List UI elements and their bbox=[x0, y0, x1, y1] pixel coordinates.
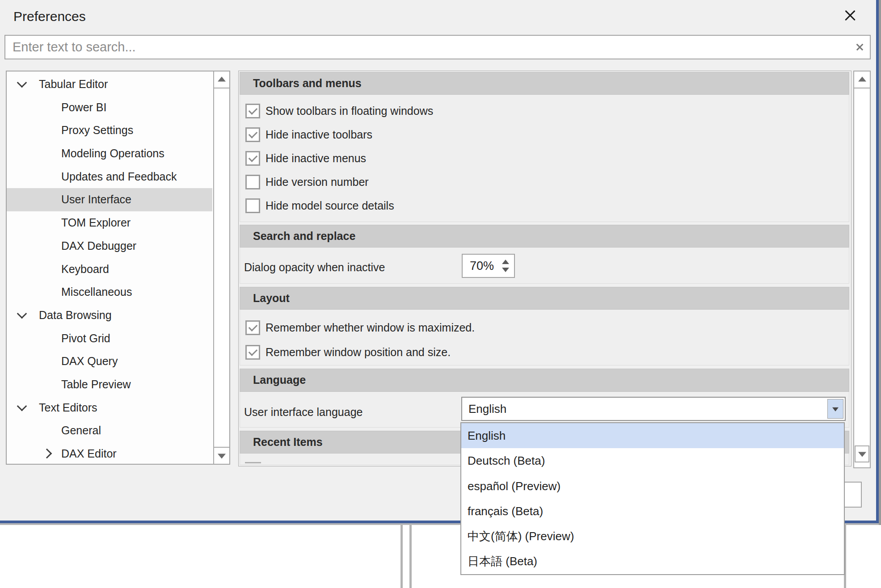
section-header-layout: Layout bbox=[240, 287, 849, 310]
checkbox-row[interactable]: Hide model source details bbox=[245, 195, 433, 216]
search-placeholder: Enter text to search... bbox=[13, 36, 136, 59]
tree-scrollbar[interactable] bbox=[213, 71, 229, 464]
tree-chevron-icon[interactable] bbox=[17, 309, 27, 319]
tree-item-label: Modeling Operations bbox=[61, 147, 164, 160]
checkbox[interactable] bbox=[245, 175, 260, 189]
section-header-language: Language bbox=[240, 369, 849, 392]
tree-item-label: General bbox=[61, 424, 101, 437]
checkbox-label: Hide inactive menus bbox=[266, 152, 366, 165]
content-scroll-down-icon[interactable] bbox=[855, 445, 869, 462]
background-window-edge bbox=[400, 525, 403, 588]
recent-items-clipped-control bbox=[245, 462, 261, 463]
tree-item-label: Power BI bbox=[61, 101, 106, 113]
toolbars-checkbox-list: Show toolbars in floating windows Hide i… bbox=[245, 101, 433, 216]
spinner-down-icon[interactable] bbox=[502, 268, 509, 272]
dropdown-option[interactable]: español (Preview) bbox=[461, 474, 844, 499]
tree-item-label: Text Editors bbox=[39, 401, 97, 414]
background-window-edge bbox=[409, 525, 412, 588]
checkbox[interactable] bbox=[245, 320, 260, 335]
tree-item[interactable]: Table Preview bbox=[7, 373, 212, 396]
tree-item-label: Tabular Editor bbox=[39, 78, 108, 90]
tree-item[interactable]: Tabular Editor bbox=[7, 73, 212, 96]
checkbox-row[interactable]: Hide inactive menus bbox=[245, 148, 433, 168]
tree-item-label: DAX Query bbox=[61, 355, 118, 367]
checkbox[interactable] bbox=[245, 104, 260, 118]
content-scroll-up-icon[interactable] bbox=[854, 71, 870, 88]
search-input[interactable]: Enter text to search... bbox=[4, 35, 871, 59]
tree-item-label: Data Browsing bbox=[39, 309, 112, 321]
opacity-label: Dialog opacity when inactive bbox=[244, 257, 385, 277]
tree-item-label: User Interface bbox=[61, 193, 131, 206]
tree-item[interactable]: DAX Editor bbox=[7, 442, 212, 466]
dropdown-option[interactable]: English bbox=[461, 423, 844, 448]
tree-item[interactable]: TOM Explorer bbox=[7, 211, 212, 235]
dropdown-option[interactable]: 日本語 (Beta) bbox=[461, 549, 844, 574]
checkbox-row[interactable]: Hide version number bbox=[245, 172, 433, 192]
section-header-toolbars: Toolbars and menus bbox=[240, 72, 849, 95]
tree-item[interactable]: Text Editors bbox=[7, 396, 212, 420]
tree-item[interactable]: Pivot Grid bbox=[7, 327, 212, 350]
tree-item[interactable]: DAX Query bbox=[7, 350, 212, 373]
tree-item-label: Table Preview bbox=[61, 378, 131, 391]
dropdown-option[interactable]: 中文(简体) (Preview) bbox=[461, 524, 844, 549]
preferences-dialog: Preferences Enter text to search... Tabu… bbox=[0, 0, 879, 523]
settings-tree-panel: Tabular Editor Power BI Proxy Settings M… bbox=[6, 71, 230, 465]
checkbox-label: Show toolbars in floating windows bbox=[266, 105, 433, 118]
spinner-up-icon[interactable] bbox=[502, 260, 509, 264]
combobox-dropdown-button[interactable] bbox=[827, 399, 843, 419]
tree-item[interactable]: Modeling Operations bbox=[7, 142, 212, 165]
checkbox-row[interactable]: Remember whether window is maximized. bbox=[245, 317, 475, 338]
tree-item-label: DAX Debugger bbox=[61, 239, 136, 252]
ui-language-combobox[interactable]: English bbox=[461, 397, 846, 421]
dropdown-option[interactable]: Deutsch (Beta) bbox=[461, 448, 844, 473]
checkbox[interactable] bbox=[245, 198, 260, 213]
layout-checkbox-list: Remember whether window is maximized. Re… bbox=[245, 317, 475, 362]
tree-scroll-up-icon[interactable] bbox=[214, 71, 229, 88]
tree-item[interactable]: Miscellaneous bbox=[7, 281, 212, 304]
tree-chevron-icon[interactable] bbox=[42, 449, 52, 459]
checkbox[interactable] bbox=[245, 345, 260, 360]
close-icon[interactable] bbox=[844, 9, 856, 22]
tree-item[interactable]: User Interface bbox=[7, 188, 212, 211]
tree-item[interactable]: Updates and Feedback bbox=[7, 165, 212, 189]
tree-scroll-down-icon[interactable] bbox=[214, 447, 229, 464]
tree-item-label: DAX Editor bbox=[61, 447, 117, 460]
opacity-value[interactable]: 70% bbox=[463, 255, 501, 277]
tree-item[interactable]: Keyboard bbox=[7, 258, 212, 281]
content-scrollbar[interactable] bbox=[853, 71, 871, 468]
checkbox-label: Hide inactive toolbars bbox=[266, 128, 372, 141]
tree-chevron-icon[interactable] bbox=[17, 401, 27, 411]
tree-item-label: Miscellaneous bbox=[61, 286, 132, 298]
spinner-arrows bbox=[500, 255, 511, 277]
clear-search-icon[interactable] bbox=[856, 43, 864, 51]
tree-chevron-icon[interactable] bbox=[17, 78, 27, 88]
checkbox[interactable] bbox=[245, 127, 260, 142]
dropdown-option[interactable]: français (Beta) bbox=[461, 499, 844, 524]
checkbox-label: Hide model source details bbox=[266, 199, 394, 212]
ui-language-label: User interface language bbox=[244, 402, 363, 422]
tree-item-label: Updates and Feedback bbox=[61, 170, 177, 183]
checkbox-row[interactable]: Show toolbars in floating windows bbox=[245, 101, 433, 121]
checkbox[interactable] bbox=[245, 151, 260, 166]
opacity-spinner[interactable]: 70% bbox=[462, 254, 515, 278]
tree-item[interactable]: Proxy Settings bbox=[7, 119, 212, 142]
combobox-value: English bbox=[468, 398, 506, 420]
tree-item-label: Pivot Grid bbox=[61, 332, 110, 344]
settings-tree: Tabular Editor Power BI Proxy Settings M… bbox=[7, 73, 212, 466]
tree-item[interactable]: DAX Debugger bbox=[7, 235, 212, 258]
dialog-title: Preferences bbox=[13, 9, 86, 24]
tree-item[interactable]: General bbox=[7, 419, 212, 442]
tree-item-label: TOM Explorer bbox=[61, 216, 131, 229]
checkbox-label: Remember whether window is maximized. bbox=[266, 321, 475, 334]
tree-item[interactable]: Power BI bbox=[7, 96, 212, 119]
tree-item-label: Proxy Settings bbox=[61, 124, 133, 136]
section-header-search-replace: Search and replace bbox=[240, 225, 849, 248]
checkbox-row[interactable]: Hide inactive toolbars bbox=[245, 124, 433, 145]
checkbox-row[interactable]: Remember window position and size. bbox=[245, 342, 475, 362]
checkbox-label: Hide version number bbox=[266, 176, 369, 189]
dialog-shadow-right bbox=[879, 0, 881, 525]
combobox-arrow-icon bbox=[832, 407, 839, 412]
language-dropdown-list: EnglishDeutsch (Beta)español (Preview)fr… bbox=[460, 422, 845, 575]
tree-item-label: Keyboard bbox=[61, 263, 109, 275]
tree-item[interactable]: Data Browsing bbox=[7, 304, 212, 327]
